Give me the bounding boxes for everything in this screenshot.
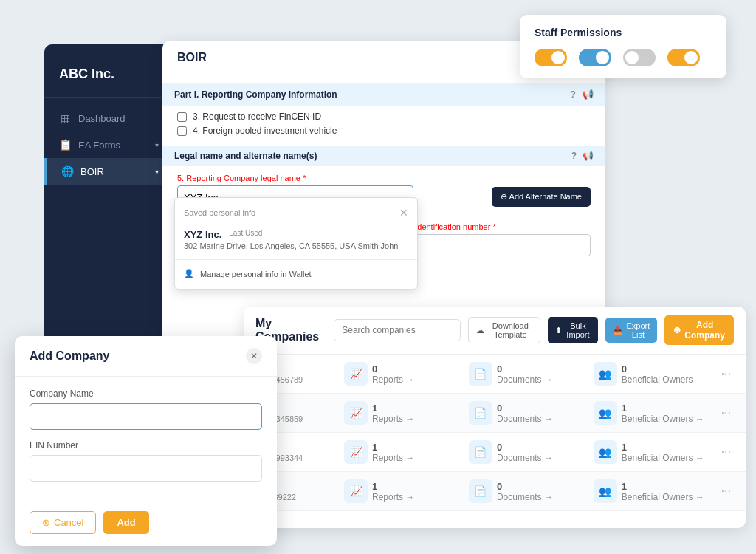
owners-icon: 👥 — [594, 362, 617, 386]
staff-toggle-1[interactable] — [535, 49, 567, 66]
tax-number-col: 8. Tax Identification number * — [391, 222, 591, 256]
companies-header: My Companies ☁ Download Template ⬆ Bulk … — [244, 307, 746, 355]
reports-icon: 📈 — [344, 479, 368, 503]
owners-icon: 👥 — [594, 440, 617, 464]
checkbox-3[interactable] — [177, 112, 187, 122]
download-icon: ☁ — [476, 326, 484, 335]
megaphone-icon[interactable]: 📢 — [582, 89, 594, 100]
forms-icon: 📋 — [59, 139, 71, 151]
toggle-knob — [625, 51, 639, 64]
company-owners: 👥 1 Beneficial Owners → — [594, 401, 718, 425]
row-more-button[interactable]: ··· — [718, 406, 734, 420]
reports-icon: 📈 — [344, 362, 368, 386]
staff-card-title: Staff Permissions — [535, 27, 712, 38]
tax-number-input[interactable] — [391, 234, 591, 256]
legal-section-label: Legal name and alternate name(s) — [174, 151, 317, 161]
modal-company-name-input[interactable] — [30, 403, 262, 430]
table-row: 1 1 382993344 📈 1 Reports → 📄 0 Document… — [244, 433, 746, 472]
sidebar-item-boir[interactable]: 🌐 BOIR ▾ — [44, 158, 173, 185]
ein-label: EIN Number — [30, 440, 262, 451]
wallet-icon: 👤 — [184, 269, 194, 278]
sidebar-logo: ABC Inc. — [44, 59, 173, 98]
autocomplete-divider — [175, 259, 417, 260]
table-row: 0 4 384839222 📈 1 Reports → 📄 0 Document… — [244, 472, 746, 511]
company-docs: 📄 0 Documents → — [469, 362, 594, 386]
company-name-area: 5. Reporting Company legal name * ⊕ Add … — [162, 166, 605, 216]
table-row: 1 3 1 123456789 📈 0 Reports → 📄 0 Docume… — [244, 355, 746, 394]
toggle-knob — [596, 51, 609, 64]
boir-panel: BOIR Part I. Reporting Company Informati… — [162, 41, 605, 351]
docs-icon: 📄 — [469, 362, 492, 386]
company-docs: 📄 0 Documents → — [469, 479, 594, 503]
staff-toggle-2[interactable] — [579, 49, 611, 66]
companies-list: 1 3 1 123456789 📈 0 Reports → 📄 0 Docume… — [244, 355, 746, 528]
company-owners: 👥 1 Beneficial Owners → — [594, 479, 718, 503]
sidebar-item-dashboard[interactable]: ▦ Dashboard — [44, 105, 173, 131]
company-reports: 📈 1 Reports → — [344, 479, 469, 503]
docs-icon: 📄 — [469, 440, 492, 464]
boir-checkboxes: 3. Request to receive FinCEN ID 4. Forei… — [162, 106, 605, 146]
company-reports: 📈 1 Reports → — [344, 401, 469, 425]
docs-icon: 📄 — [469, 401, 492, 425]
help-icon[interactable]: ? — [570, 89, 576, 100]
table-row: 1 2 1 123345859 📈 1 Reports → 📄 0 Docume… — [244, 394, 746, 433]
modal-title: Add Company — [30, 349, 109, 363]
autocomplete-dropdown: Saved personal info ✕ XYZ Inc. Last Used… — [174, 197, 418, 290]
modal-footer: ⊗ Cancel Add — [15, 504, 277, 546]
export-icon: 📤 — [613, 326, 623, 335]
company-reports: 📈 0 Reports → — [344, 362, 469, 386]
download-template-button[interactable]: ☁ Download Template — [468, 317, 540, 343]
megaphone-icon[interactable]: 📢 — [583, 151, 594, 161]
add-alternate-button[interactable]: ⊕ Add Alternate Name — [492, 187, 591, 207]
section1-icons: ? 📢 — [570, 89, 594, 100]
checkbox-row-4: 4. Foreign pooled investment vehicle — [177, 126, 591, 136]
chevron-down-icon: ▾ — [155, 141, 159, 149]
bulk-icon: ⬆ — [555, 326, 562, 335]
company-owners: 👥 1 Beneficial Owners → — [594, 440, 718, 464]
company-name-label: Company Name — [30, 389, 262, 399]
add-button[interactable]: Add — [103, 511, 148, 534]
modal-body: Company Name EIN Number — [15, 377, 277, 504]
owners-icon: 👥 — [594, 401, 617, 425]
staff-permissions-card: Staff Permissions — [520, 15, 726, 78]
toggle-knob — [684, 51, 698, 64]
modal-ein-input[interactable] — [30, 455, 262, 482]
chevron-down-icon: ▾ — [155, 168, 159, 176]
checkbox-4-label: 4. Foreign pooled investment vehicle — [193, 126, 337, 136]
modal-header: Add Company ✕ — [15, 336, 277, 377]
company-owners: 👥 0 Beneficial Owners → — [594, 362, 718, 386]
checkbox-4[interactable] — [177, 126, 187, 136]
companies-search-input[interactable] — [334, 319, 461, 341]
autocomplete-name: XYZ Inc. Last Used — [184, 229, 408, 240]
staff-toggle-3[interactable] — [623, 49, 656, 66]
autocomplete-header: Saved personal info ✕ — [175, 204, 417, 225]
row-more-button[interactable]: ··· — [718, 445, 734, 459]
modal-close-button[interactable]: ✕ — [246, 348, 262, 364]
sidebar-item-ea-forms[interactable]: 📋 EA Forms ▾ — [44, 131, 173, 158]
add-company-button[interactable]: ⊕ Add Company — [664, 315, 734, 345]
row-more-button[interactable]: ··· — [718, 485, 734, 498]
reports-icon: 📈 — [344, 440, 368, 464]
company-docs: 📄 0 Documents → — [469, 401, 594, 425]
bulk-import-button[interactable]: ⬆ Bulk Import — [548, 317, 597, 343]
help-icon[interactable]: ? — [571, 151, 577, 161]
autocomplete-item[interactable]: XYZ Inc. Last Used 302 Marine Drive, Los… — [175, 225, 417, 255]
autocomplete-manage[interactable]: 👤 Manage personal info in Wallet — [175, 264, 417, 283]
cancel-button[interactable]: ⊗ Cancel — [30, 511, 96, 534]
autocomplete-address: 302 Marine Drive, Los Angeles, CA 55555,… — [184, 242, 408, 250]
owners-icon: 👥 — [594, 479, 617, 503]
plus-icon: ⊕ — [673, 325, 681, 335]
staff-toggles — [535, 49, 712, 66]
company-reports: 📈 1 Reports → — [344, 440, 469, 464]
cancel-icon: ⊗ — [42, 517, 50, 528]
dashboard-icon: ▦ — [59, 112, 71, 124]
staff-toggle-4[interactable] — [667, 49, 700, 66]
legal-section: Legal name and alternate name(s) ? 📢 — [162, 146, 605, 166]
autocomplete-close-icon[interactable]: ✕ — [399, 207, 408, 219]
row-more-button[interactable]: ··· — [718, 367, 734, 380]
export-list-button[interactable]: 📤 Export List — [605, 318, 658, 343]
section1-label: Part I. Reporting Company Information — [174, 89, 337, 100]
legal-icons: ? 📢 — [571, 151, 594, 161]
boir-icon: 🌐 — [61, 165, 73, 177]
boir-section1: Part I. Reporting Company Information ? … — [162, 83, 605, 106]
